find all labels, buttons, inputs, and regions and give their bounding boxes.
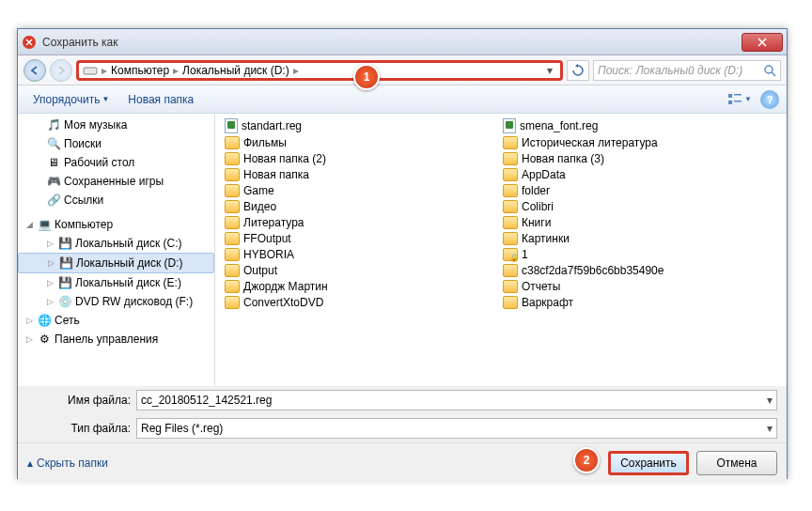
folder-icon (503, 136, 518, 149)
file-item[interactable]: AppData (501, 167, 779, 182)
desktop-icon: 🖥 (46, 155, 61, 170)
svg-rect-4 (728, 94, 732, 98)
file-item[interactable]: Новая папка (2) (223, 151, 501, 166)
folder-icon (225, 184, 240, 197)
file-item[interactable]: HYBORIA (223, 247, 501, 262)
svg-rect-7 (734, 101, 742, 102)
filetype-select[interactable]: Reg Files (*.reg)▾ (136, 418, 777, 439)
svg-point-2 (765, 66, 773, 73)
save-as-dialog: Сохранить как ▸ Компьютер ▸ Локальный ди… (17, 28, 788, 479)
search-input[interactable]: Поиск: Локальный диск (D:) (593, 60, 781, 81)
tree-item-computer[interactable]: ◢💻Компьютер (18, 215, 214, 234)
svg-rect-6 (728, 101, 732, 104)
tree-item[interactable]: 🖥Рабочий стол (18, 153, 214, 172)
chevron-right-icon: ▸ (171, 64, 180, 77)
folder-tree[interactable]: 🎵Моя музыка 🔍Поиски 🖥Рабочий стол 🎮Сохра… (18, 114, 215, 386)
file-item[interactable]: 1 (501, 247, 779, 262)
file-item[interactable]: Фильмы (223, 135, 501, 150)
close-button[interactable] (742, 33, 783, 52)
file-item[interactable]: Новая папка (223, 167, 501, 182)
hide-folders-button[interactable]: ▴Скрыть папки (27, 457, 108, 470)
tree-item[interactable]: 🎮Сохраненные игры (18, 172, 214, 191)
folder-icon (503, 264, 518, 277)
collapse-icon[interactable]: ◢ (25, 221, 34, 229)
file-name: Варкрафт (522, 296, 573, 309)
folder-icon (503, 216, 518, 229)
search-icon: 🔍 (46, 136, 61, 151)
folder-icon (503, 200, 518, 213)
nav-row: ▸ Компьютер ▸ Локальный диск (D:) ▸ ▾ По… (18, 55, 787, 85)
file-item[interactable]: Новая папка (3) (501, 151, 779, 166)
file-list[interactable]: standart.regФильмыНовая папка (2)Новая п… (215, 114, 787, 386)
filetype-row: Тип файла: Reg Files (*.reg)▾ (18, 414, 787, 442)
forward-button[interactable] (50, 59, 72, 82)
tree-item[interactable]: 🎵Моя музыка (18, 116, 214, 134)
filename-input[interactable]: cc_20180512_142521.reg▾ (136, 390, 777, 410)
expand-icon[interactable]: ▷ (25, 335, 34, 344)
file-item[interactable]: Видео (223, 199, 501, 214)
refresh-button[interactable] (567, 60, 589, 81)
file-name: Отчеты (522, 280, 560, 293)
file-item[interactable]: ConvertXtoDVD (223, 295, 501, 310)
chevron-down-icon[interactable]: ▾ (767, 394, 773, 407)
tree-item[interactable]: ▷⚙Панель управления (18, 330, 214, 348)
expand-icon[interactable]: ▷ (46, 279, 55, 287)
network-icon: 🌐 (37, 313, 52, 328)
expand-icon[interactable]: ▷ (46, 298, 55, 306)
folder-icon (225, 264, 240, 277)
file-name: Историческая литература (522, 136, 658, 149)
save-button[interactable]: Сохранить (608, 451, 689, 475)
filename-row: Имя файла: cc_20180512_142521.reg▾ (18, 386, 787, 414)
folder-icon (503, 296, 518, 309)
file-item[interactable]: c38cf2da7f59b6c6bb35490e (501, 263, 779, 278)
tree-item[interactable]: ▷💾Локальный диск (C:) (18, 234, 214, 253)
file-name: ConvertXtoDVD (243, 296, 323, 309)
expand-icon[interactable]: ▷ (47, 259, 55, 268)
titlebar[interactable]: Сохранить как (18, 29, 787, 55)
expand-icon[interactable]: ▷ (46, 240, 55, 248)
expand-icon[interactable]: ▷ (25, 317, 34, 325)
file-name: FFOutput (243, 232, 291, 245)
file-item[interactable]: Историческая литература (501, 135, 779, 150)
filename-label: Имя файла: (27, 394, 131, 407)
file-item[interactable]: smena_font.reg (501, 117, 779, 134)
svg-line-3 (772, 72, 775, 76)
tree-item[interactable]: ▷💿DVD RW дисковод (F:) (18, 292, 214, 311)
file-item[interactable]: Литература (223, 215, 501, 230)
file-item[interactable]: FFOutput (223, 231, 501, 246)
file-item[interactable]: Джордж Мартин (223, 279, 501, 294)
breadcrumb-seg[interactable]: Компьютер (111, 64, 169, 77)
folder-icon (225, 296, 240, 309)
file-item[interactable]: Game (223, 183, 501, 198)
tree-item[interactable]: ▷💾Локальный диск (E:) (18, 273, 214, 292)
file-item[interactable]: folder (501, 183, 779, 198)
cancel-button[interactable]: Отмена (696, 451, 777, 475)
tree-item[interactable]: 🔗Ссылки (18, 191, 214, 209)
file-item[interactable]: Варкрафт (501, 295, 779, 310)
drive-icon (83, 65, 98, 76)
help-button[interactable]: ? (760, 90, 779, 109)
view-button[interactable]: ▼ (726, 89, 753, 110)
file-item[interactable]: Output (223, 263, 501, 278)
breadcrumb[interactable]: ▸ Компьютер ▸ Локальный диск (D:) ▸ ▾ (76, 60, 563, 81)
file-item[interactable]: Colibri (501, 199, 779, 214)
file-name: Картинки (522, 232, 570, 245)
file-item[interactable]: Книги (501, 215, 779, 230)
chevron-down-icon[interactable]: ▾ (767, 422, 773, 435)
file-name: Output (243, 264, 277, 277)
file-name: Colibri (522, 200, 554, 213)
file-item[interactable]: standart.reg (223, 117, 501, 134)
tree-item[interactable]: 🔍Поиски (18, 134, 214, 153)
organize-button[interactable]: Упорядочить▼ (25, 89, 117, 110)
file-name: smena_font.reg (520, 119, 598, 132)
breadcrumb-seg[interactable]: Локальный диск (D:) (182, 64, 289, 77)
back-button[interactable] (23, 59, 46, 82)
tree-item[interactable]: ▷🌐Сеть (18, 311, 214, 330)
new-folder-button[interactable]: Новая папка (120, 89, 201, 110)
svg-rect-1 (84, 68, 97, 74)
search-icon (763, 64, 776, 77)
file-item[interactable]: Отчеты (501, 279, 779, 294)
tree-item-selected[interactable]: ▷💾Локальный диск (D:) (18, 253, 214, 273)
chevron-down-icon[interactable]: ▾ (543, 64, 556, 77)
file-item[interactable]: Картинки (501, 231, 779, 246)
